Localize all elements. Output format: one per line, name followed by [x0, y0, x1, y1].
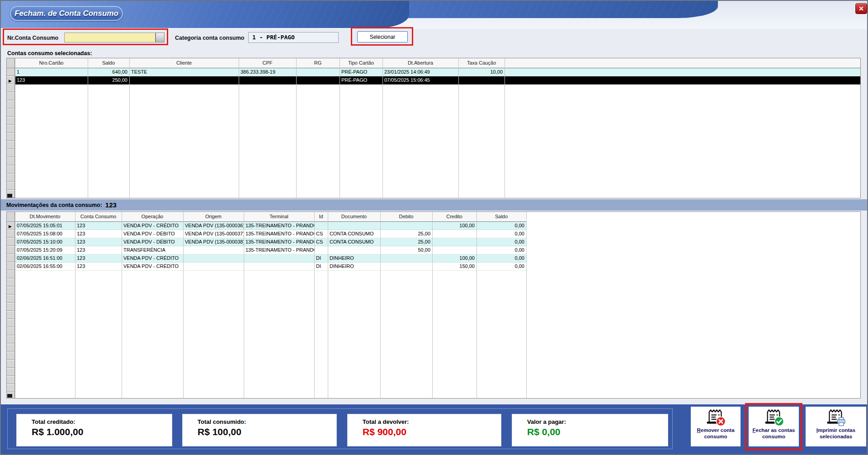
column-header[interactable]: Conta Consumo: [75, 212, 122, 221]
cell: [314, 246, 328, 254]
cell: CS: [314, 230, 328, 238]
column-header[interactable]: RG: [296, 58, 340, 68]
cell: [432, 230, 476, 238]
cell: 07/05/2025 15:20:09: [15, 246, 75, 254]
column-header[interactable]: Terminal: [244, 212, 314, 221]
category-label: Categoria conta consumo: [175, 35, 245, 41]
column-header[interactable]: Documento: [328, 212, 380, 221]
current-row-arrow-icon: ▶: [9, 224, 12, 229]
cell: VENDA PDV - DÉBITO: [122, 238, 183, 246]
account-number-input[interactable]: [64, 33, 156, 42]
table-row[interactable]: 1640,00TESTE386.233.398-19PRÉ-PAGO23/01/…: [15, 68, 861, 76]
valor-pagar-card: Valor a pagar: R$ 0,00: [512, 414, 668, 446]
column-header[interactable]: Saldo: [88, 58, 129, 68]
cell: VENDA PDV (135-000036): [183, 222, 244, 230]
cell: 10,00: [458, 68, 505, 76]
remove-account-button[interactable]: Remover conta consumo: [691, 407, 741, 446]
movements-grid-gutter: [7, 212, 15, 398]
h-scrollbar-thumb[interactable]: [7, 194, 12, 197]
print-accounts-button[interactable]: Imprimir contas selecionadas: [806, 407, 866, 446]
cell: 07/05/2025 15:06:45: [382, 76, 458, 84]
cell: [183, 254, 244, 262]
cell: VENDA PDV - CRÉDITO: [122, 222, 183, 230]
cell: [380, 254, 432, 262]
cell: 02/06/2025 16:51:00: [15, 254, 75, 262]
column-header[interactable]: Operação: [122, 212, 183, 221]
grid-line: [239, 58, 239, 198]
select-button[interactable]: Selecionar: [357, 31, 408, 42]
table-row[interactable]: 07/05/2025 15:08:00123VENDA PDV - DÉBITO…: [15, 230, 526, 238]
column-header[interactable]: Nro.Cartão: [15, 58, 88, 68]
movements-grid-rows: 07/05/2025 15:05:01123VENDA PDV - CRÉDIT…: [15, 222, 526, 271]
total-creditado-label: Total creditado:: [32, 418, 75, 425]
grid-line: [505, 58, 505, 198]
cell: 100,00: [432, 222, 476, 230]
grid-line: [432, 212, 433, 398]
table-row[interactable]: 07/05/2025 15:10:00123VENDA PDV - DÉBITO…: [15, 238, 526, 246]
cell: 0,00: [476, 238, 526, 246]
cell: PRÉ-PAGO: [340, 76, 382, 84]
column-header[interactable]: Dt.Movimento: [15, 212, 75, 221]
grid-line: [476, 212, 477, 398]
column-header[interactable]: Taxa Caução: [458, 58, 505, 68]
cell: VENDA PDV - DÉBITO: [122, 230, 183, 238]
table-row[interactable]: 07/05/2025 15:05:01123VENDA PDV - CRÉDIT…: [15, 222, 526, 230]
cell: [296, 76, 340, 84]
cell: 07/05/2025 15:10:00: [15, 238, 75, 246]
accounts-grid-gutter-header: [7, 58, 15, 68]
cell: [239, 76, 296, 84]
table-row[interactable]: 07/05/2025 15:20:09123TRANSFERÊNCIA135-T…: [15, 246, 526, 254]
grid-line: [244, 212, 244, 398]
column-header[interactable]: Cliente: [129, 58, 239, 68]
current-row-arrow-icon: ▶: [9, 78, 12, 84]
close-button[interactable]: ✕: [855, 3, 867, 14]
column-header[interactable]: Dt.Abertura: [382, 58, 458, 68]
cell: [458, 76, 505, 84]
grid-line: [183, 212, 184, 398]
column-header[interactable]: Saldo: [476, 212, 526, 221]
close-accounts-label-line1: Fechar as contas: [753, 427, 795, 433]
column-header[interactable]: CPF: [239, 58, 296, 68]
remove-account-label-line1: Remover conta: [697, 427, 734, 433]
cell: 123: [75, 238, 122, 246]
close-accounts-label-line2: consumo: [762, 434, 785, 440]
cell: 135-TREINAMENTO - PRANDO: [244, 230, 314, 238]
window-title: Fecham. de Conta Consumo: [10, 6, 123, 21]
grid-line: [328, 212, 328, 398]
grid-line: [88, 58, 88, 198]
cell: 123: [75, 230, 122, 238]
total-devolver-label: Total a devolver:: [363, 418, 409, 425]
column-header[interactable]: Tipo Cartão: [340, 58, 382, 68]
cell: [244, 254, 314, 262]
receipt-check-icon: [764, 408, 784, 427]
receipt-print-icon: [826, 408, 846, 427]
print-accounts-label-line2: selecionadas: [820, 434, 852, 440]
account-lookup-button[interactable]: [156, 33, 165, 42]
h-scrollbar-thumb[interactable]: [7, 394, 12, 398]
total-devolver-card: Total a devolver: R$ 900,00: [348, 414, 501, 446]
fecham-conta-consumo-window: Fecham. de Conta Consumo ✕ Nr.Conta Cons…: [0, 0, 868, 455]
accounts-section-label: Contas consumo selecionadas:: [7, 50, 92, 56]
grid-line: [526, 212, 527, 398]
column-header[interactable]: Credito: [432, 212, 476, 221]
print-accounts-label-line1: Imprimir contas: [816, 427, 855, 433]
column-header[interactable]: Id: [314, 212, 328, 221]
total-consumido-value: R$ 100,00: [198, 427, 241, 437]
grid-line: [296, 58, 297, 198]
grid-line: [15, 212, 15, 398]
column-header[interactable]: Debito: [380, 212, 432, 221]
movements-grid-header: Dt.MovimentoConta ConsumoOperaçãoOrigemT…: [15, 212, 526, 222]
cell: [328, 246, 380, 254]
cell: VENDA PDV - CRÉDITO: [122, 254, 183, 262]
total-consumido-label: Total consumido:: [198, 418, 246, 425]
table-row[interactable]: 02/06/2025 16:55:00123VENDA PDV - CRÉDIT…: [15, 263, 526, 271]
table-row[interactable]: 123250,00PRÉ-PAGO07/05/2025 15:06:45: [15, 76, 861, 84]
cell: 123: [15, 76, 88, 84]
cell: [129, 76, 239, 84]
grid-line: [15, 58, 15, 198]
cell: 386.233.398-19: [239, 68, 296, 76]
close-accounts-button[interactable]: Fechar as contas consumo: [749, 407, 799, 446]
movements-grid-gutter-header: [7, 212, 15, 222]
column-header[interactable]: Origem: [183, 212, 244, 221]
table-row[interactable]: 02/06/2025 16:51:00123VENDA PDV - CRÉDIT…: [15, 254, 526, 263]
